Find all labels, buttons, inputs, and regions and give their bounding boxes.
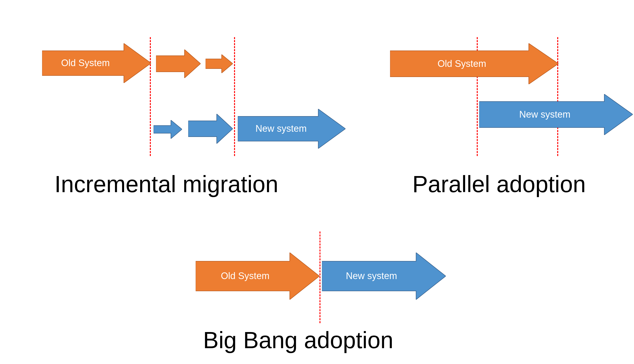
incremental-new-arrow-medium [188, 114, 233, 144]
parallel-new-arrow: New system [479, 94, 633, 135]
parallel-old-arrow: Old System [390, 43, 558, 84]
svg-marker-2 [206, 54, 233, 73]
incremental-new-label: New system [256, 123, 307, 134]
parallel-old-label: Old System [438, 58, 486, 69]
bigbang-old-label: Old System [221, 271, 270, 281]
parallel-caption: Parallel adoption [412, 171, 586, 198]
incremental-old-arrow-small [206, 54, 233, 73]
incremental-old-label: Old System [61, 58, 110, 68]
bigbang-old-arrow: Old System [196, 252, 320, 300]
incremental-old-arrow-medium [156, 50, 200, 78]
incremental-new-arrow-small [154, 120, 182, 139]
incremental-old-arrow-large: Old System [42, 43, 151, 83]
svg-marker-3 [154, 120, 182, 139]
bigbang-caption: Big Bang adoption [203, 327, 393, 354]
svg-marker-4 [188, 114, 233, 144]
incremental-caption: Incremental migration [54, 171, 278, 198]
bigbang-new-label: New system [346, 271, 397, 281]
parallel-new-label: New system [519, 109, 570, 120]
bigbang-new-arrow: New system [322, 252, 446, 300]
bigbang-dash [320, 232, 320, 323]
incremental-dash-2 [234, 37, 235, 156]
svg-marker-1 [156, 50, 200, 78]
incremental-new-arrow-large: New system [238, 109, 346, 148]
